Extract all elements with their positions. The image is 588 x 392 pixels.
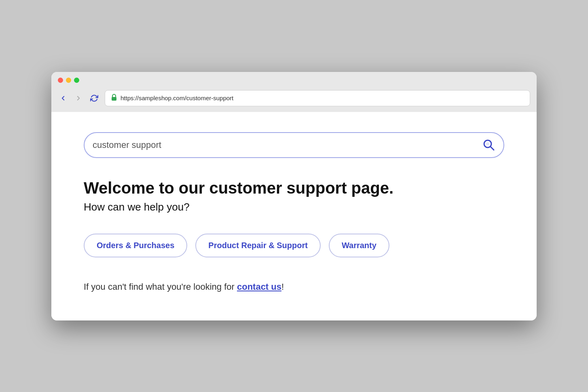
back-button[interactable] (58, 94, 68, 103)
svg-rect-0 (112, 97, 116, 101)
title-bar (51, 72, 537, 87)
warranty-button[interactable]: Warranty (329, 234, 389, 257)
orders-purchases-button[interactable]: Orders & Purchases (84, 234, 187, 257)
refresh-button[interactable] (89, 93, 100, 103)
footer-after-link: ! (281, 282, 284, 292)
minimize-button[interactable] (66, 78, 71, 83)
footer-before-link: If you can't find what you're looking fo… (84, 282, 237, 292)
category-buttons: Orders & Purchases Product Repair & Supp… (84, 234, 504, 257)
svg-point-2 (486, 142, 489, 145)
url-text: https://sampleshop.com/customer-support (121, 95, 233, 101)
address-bar-row: https://sampleshop.com/customer-support (51, 87, 537, 112)
footer-text: If you can't find what you're looking fo… (84, 282, 504, 292)
traffic-lights (58, 78, 79, 83)
product-repair-support-button[interactable]: Product Repair & Support (195, 234, 321, 257)
lock-icon (111, 94, 117, 103)
search-bar[interactable] (84, 132, 504, 158)
search-input[interactable] (93, 140, 482, 150)
forward-button[interactable] (73, 94, 84, 103)
contact-us-link[interactable]: contact us (237, 282, 281, 292)
browser-window: https://sampleshop.com/customer-support … (51, 72, 537, 320)
page-subheading: How can we help you? (84, 201, 504, 213)
page-heading: Welcome to our customer support page. (84, 178, 504, 198)
search-icon (482, 139, 495, 152)
page-content: Welcome to our customer support page. Ho… (51, 112, 537, 320)
close-button[interactable] (58, 78, 63, 83)
maximize-button[interactable] (74, 78, 79, 83)
address-bar[interactable]: https://sampleshop.com/customer-support (105, 90, 530, 106)
